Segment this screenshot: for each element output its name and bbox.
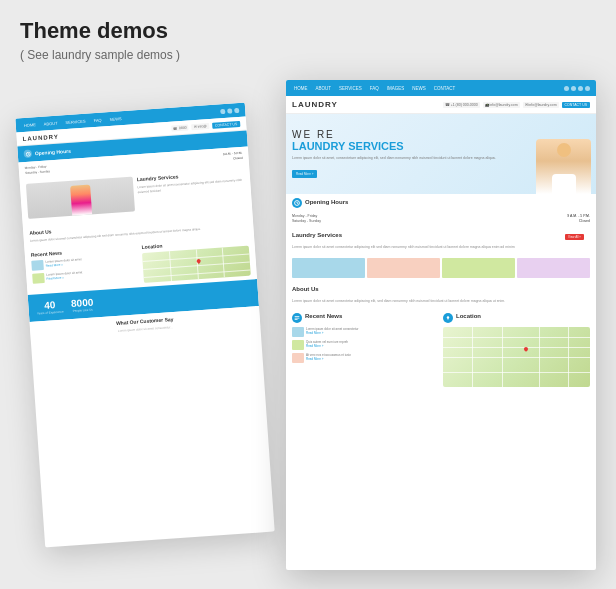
nav-news-front: NEWS <box>410 85 428 92</box>
nav-social-icons <box>220 107 239 113</box>
svg-rect-8 <box>295 319 298 320</box>
services-header-front: Laundry Services View All » <box>286 228 596 243</box>
hours-time-2-front: Closed <box>579 219 590 223</box>
news-back: Recent News Lorem ipsum dolor sit amet R… <box>31 244 140 290</box>
hero-desc-front: Lorem ipsum dolor sit amet, consectetuer… <box>292 156 590 161</box>
hours-day-1-front: Monday - Friday <box>292 214 317 218</box>
recent-news-label-front: Recent News <box>305 313 342 319</box>
svg-rect-6 <box>295 316 300 317</box>
hero-we-front: WE RE <box>292 129 590 140</box>
news-text-2-back: Lorem ipsum dolor sit amet Read More » <box>46 270 83 281</box>
stat-2-label-back: People Like Us <box>71 307 93 313</box>
mock-hero-front: WE RE LAUNDRY SERVICES Lorem ipsum dolor… <box>286 114 596 194</box>
nav-news: NEWS <box>107 115 123 123</box>
map-lines-back <box>142 245 251 282</box>
service-thumb-2 <box>367 258 440 278</box>
stat-1-label-back: Years of Experience <box>37 309 64 315</box>
news-thumb-2-front <box>292 340 304 350</box>
view-all-btn-front[interactable]: View All » <box>565 234 584 240</box>
svg-rect-7 <box>295 317 300 318</box>
stat-2-back: 8000 People Like Us <box>71 296 94 313</box>
news-item-2-front: Quis autem vel eum iure repreh Read More… <box>292 340 439 350</box>
opening-hours-header-front: Opening Hours <box>286 194 596 210</box>
hero-btn-front[interactable]: Read More » <box>292 170 317 178</box>
nav-images-front: IMAGES <box>385 85 407 92</box>
svg-line-5 <box>297 203 298 204</box>
about-desc-front: Lorem ipsum dolor sit amet consectetur a… <box>292 299 590 304</box>
location-front: Location <box>443 313 590 387</box>
demo-back-screenshot[interactable]: HOME ABOUT SERVICES FAQ NEWS LAUNDRY ☎ 0… <box>15 103 274 548</box>
opening-hours-header-left: Opening Hours <box>292 198 348 208</box>
location-icon-front <box>443 313 453 323</box>
mock-logo-front: LAUNDRY <box>292 100 338 109</box>
nav-home-front: HOME <box>292 85 310 92</box>
nav-social-icons-front <box>564 86 590 91</box>
demos-wrapper: HOME ABOUT SERVICES FAQ NEWS LAUNDRY ☎ 0… <box>20 80 596 570</box>
hero-services-front: LAUNDRY SERVICES <box>292 140 590 153</box>
phone-front: ☎ +1 (80) 000-0000 <box>443 102 480 108</box>
news-thumb-1-front <box>292 327 304 337</box>
news-text-1-back: Lorem ipsum dolor sit amet Read More » <box>45 257 82 268</box>
col-services-back: Laundry Services Lorem ipsum dolor sit a… <box>137 169 246 214</box>
page-title: Theme demos <box>20 18 596 44</box>
stat-1-back: 40 Years of Experience <box>36 298 64 315</box>
nav-services: SERVICES <box>63 117 88 126</box>
news-loc-front: Recent News Lorem ipsum dolor sit amet c… <box>286 309 596 391</box>
service-thumb-4 <box>517 258 590 278</box>
news-thumb-1-back <box>31 259 44 270</box>
location-label-front: Location <box>456 313 481 319</box>
nav-about-front: ABOUT <box>314 85 334 92</box>
map-lines-front <box>443 327 590 387</box>
email-front: ✉ info@laundry.com <box>523 102 559 108</box>
location-header-front: Location <box>443 313 590 323</box>
service-thumb-3 <box>442 258 515 278</box>
contact-btn-front: CONTACT US <box>562 102 590 108</box>
social-g-icon <box>571 86 576 91</box>
hours-day-2-back: Saturday - Sunday <box>25 169 50 175</box>
clock-icon-back <box>24 149 33 158</box>
hours-content-front: Monday - Friday 9 A.M. - 5 P.M. Saturday… <box>286 210 596 228</box>
about-title-front: About Us <box>292 286 319 292</box>
map-front <box>443 327 590 387</box>
mock-nav-front: HOME ABOUT SERVICES FAQ IMAGES NEWS CONT… <box>286 80 596 96</box>
news-header-front: Recent News <box>292 313 439 323</box>
social-p-icon <box>585 86 590 91</box>
svg-line-2 <box>28 154 29 155</box>
phone-back: ☎ 0800 <box>171 124 189 131</box>
contact-bar-front: ☎ +1 (80) 000-0000 📠 info@laundry.com ✉ … <box>443 102 590 108</box>
opening-hours-label-back: Opening Hours <box>35 148 71 157</box>
nav-faq: FAQ <box>91 116 103 124</box>
social-icon-2 <box>227 108 232 113</box>
map-back <box>142 245 251 282</box>
person-image-back <box>26 177 135 219</box>
services-title-front: Laundry Services <box>292 232 342 238</box>
hours-row-2-front: Saturday - Sunday Closed <box>292 219 590 223</box>
about-content-front: Lorem ipsum dolor sit amet consectetur a… <box>286 297 596 308</box>
demo-front-screenshot[interactable]: HOME ABOUT SERVICES FAQ IMAGES NEWS CONT… <box>286 80 596 570</box>
hours-time-2-back: Closed <box>233 156 243 161</box>
hero-text-front: WE RE LAUNDRY SERVICES Lorem ipsum dolor… <box>292 129 590 179</box>
clock-icon-front <box>292 198 302 208</box>
nav-services-front: SERVICES <box>337 85 364 92</box>
social-icon-1 <box>220 108 225 113</box>
hours-day-2-front: Saturday - Sunday <box>292 219 321 223</box>
about-header-front: About Us <box>286 282 596 297</box>
fax-front: 📠 info@laundry.com <box>483 102 520 108</box>
social-icon-3 <box>234 107 239 112</box>
location-back: Location <box>141 236 250 282</box>
nav-faq-front: FAQ <box>368 85 381 92</box>
hours-row-1-front: Monday - Friday 9 A.M. - 5 P.M. <box>292 214 590 218</box>
person-silhouette-back <box>70 185 92 216</box>
contact-bar-back: ☎ 0800 ✉ info@ CONTACT US <box>171 120 241 131</box>
nav-contact-front: CONTACT <box>432 85 457 92</box>
email-back: ✉ info@ <box>191 123 209 130</box>
contact-btn-back: CONTACT US <box>212 120 241 128</box>
page-subtitle: ( See laundry sample demos ) <box>20 48 596 62</box>
news-thumb-3-front <box>292 353 304 363</box>
nav-home: HOME <box>22 121 38 129</box>
hours-time-1-front: 9 A.M. - 5 P.M. <box>567 214 590 218</box>
social-f-icon <box>564 86 569 91</box>
news-item-3-front: At vero eos et accusamus et iusto Read M… <box>292 353 439 363</box>
services-grid-front <box>286 254 596 282</box>
social-t-icon <box>578 86 583 91</box>
